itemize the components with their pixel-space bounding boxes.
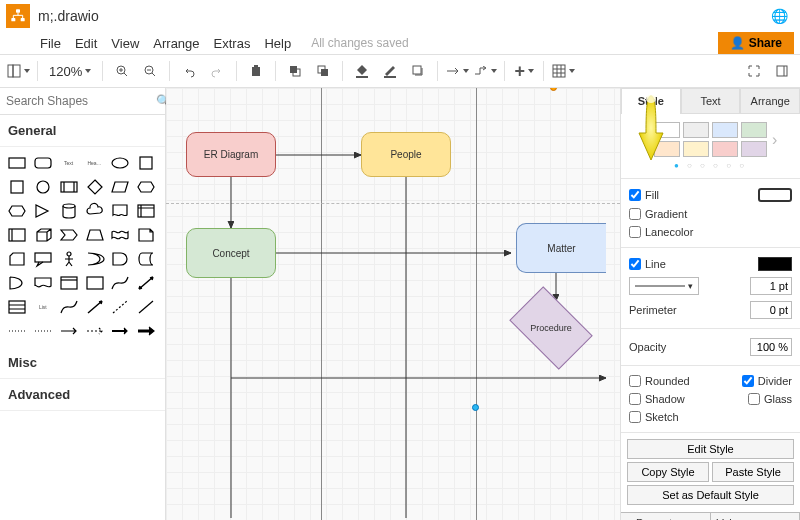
shape-dashed[interactable] [109, 297, 131, 317]
node-er-diagram[interactable]: ER Diagram [186, 132, 276, 177]
table-icon[interactable] [551, 59, 575, 83]
shape-tape[interactable] [109, 225, 131, 245]
shape-or[interactable] [84, 249, 106, 269]
category-general[interactable]: General [0, 115, 165, 147]
shape-trapezoid[interactable] [84, 225, 106, 245]
zoom-dropdown[interactable]: 120% [45, 64, 95, 79]
paste-style-button[interactable]: Paste Style [712, 462, 794, 482]
shape-callout[interactable] [32, 249, 54, 269]
shape-curve2[interactable] [58, 297, 80, 317]
search-shapes-input[interactable] [6, 94, 156, 108]
set-default-style-button[interactable]: Set as Default Style [627, 485, 794, 505]
menu-arrange[interactable]: Arrange [153, 36, 199, 51]
line-color-icon[interactable] [378, 59, 402, 83]
shape-list[interactable] [6, 297, 28, 317]
shape-line[interactable] [135, 297, 157, 317]
perimeter-input[interactable] [750, 301, 792, 319]
add-icon[interactable]: + [512, 59, 536, 83]
shape-ellipse[interactable] [109, 153, 131, 173]
shape-bidir-arrow[interactable] [135, 273, 157, 293]
category-advanced[interactable]: Advanced [0, 379, 165, 411]
language-icon[interactable]: 🌐 [771, 8, 788, 24]
to-back-icon[interactable] [311, 59, 335, 83]
edit-style-button[interactable]: Edit Style [627, 439, 794, 459]
swatch[interactable] [741, 141, 767, 157]
shape-hex2[interactable] [6, 201, 28, 221]
shape-and[interactable] [109, 249, 131, 269]
redo-icon[interactable] [205, 59, 229, 83]
shape-link2[interactable] [84, 321, 106, 341]
line-width-input[interactable] [750, 277, 792, 295]
copy-style-button[interactable]: Copy Style [627, 462, 709, 482]
shape-triangle[interactable] [32, 201, 54, 221]
shape-link1[interactable] [58, 321, 80, 341]
swatch-pager[interactable]: ● ○ ○ ○ ○ ○ [621, 159, 800, 176]
swatch[interactable] [654, 122, 680, 138]
shape-frame[interactable] [84, 273, 106, 293]
share-button[interactable]: 👤 Share [718, 32, 794, 54]
node-matter[interactable]: Matter [516, 223, 606, 273]
canvas[interactable]: ER Diagram People Concept Matter Procedu… [166, 88, 620, 520]
menu-help[interactable]: Help [264, 36, 291, 51]
fill-checkbox[interactable] [629, 189, 641, 201]
shape-step[interactable] [58, 225, 80, 245]
shape-hexagon[interactable] [135, 177, 157, 197]
swatch[interactable] [683, 122, 709, 138]
shape-note[interactable] [135, 225, 157, 245]
shape-heading[interactable]: Hea… [84, 153, 106, 173]
shape-half[interactable] [6, 273, 28, 293]
menu-edit[interactable]: Edit [75, 36, 97, 51]
shape-internal2[interactable] [6, 225, 28, 245]
gradient-checkbox[interactable] [629, 208, 641, 220]
shape-actor[interactable] [58, 249, 80, 269]
glass-checkbox[interactable] [748, 393, 760, 405]
shape-arrow[interactable] [84, 297, 106, 317]
swatch-prev-icon[interactable]: ‹ [642, 131, 651, 149]
node-concept[interactable]: Concept [186, 228, 276, 278]
shape-square2[interactable] [6, 177, 28, 197]
zoom-out-icon[interactable] [138, 59, 162, 83]
format-panel-icon[interactable] [770, 59, 794, 83]
app-logo[interactable] [6, 4, 30, 28]
shape-list-item[interactable]: List [32, 297, 54, 317]
shape-dotted2[interactable] [32, 321, 54, 341]
lanecolor-checkbox[interactable] [629, 226, 641, 238]
shape-process[interactable] [58, 177, 80, 197]
shape-container[interactable] [58, 273, 80, 293]
delete-icon[interactable] [244, 59, 268, 83]
connection-icon[interactable] [445, 59, 469, 83]
shape-link3[interactable] [109, 321, 131, 341]
undo-icon[interactable] [177, 59, 201, 83]
shape-circle[interactable] [32, 177, 54, 197]
sketch-checkbox[interactable] [629, 411, 641, 423]
shape-cloud[interactable] [84, 201, 106, 221]
line-style-dropdown[interactable]: ▾ [629, 277, 699, 295]
shape-cube[interactable] [32, 225, 54, 245]
shape-dotted[interactable] [6, 321, 28, 341]
swatch[interactable] [712, 141, 738, 157]
shape-curve[interactable] [109, 273, 131, 293]
zoom-in-icon[interactable] [110, 59, 134, 83]
node-people[interactable]: People [361, 132, 451, 177]
fill-color-icon[interactable] [350, 59, 374, 83]
shape-parallelogram[interactable] [109, 177, 131, 197]
tab-text[interactable]: Text [681, 88, 741, 114]
line-color-swatch[interactable] [758, 257, 792, 271]
fill-color-swatch[interactable] [758, 188, 792, 202]
swatch[interactable] [683, 141, 709, 157]
swatch[interactable] [654, 141, 680, 157]
waypoint-icon[interactable] [473, 59, 497, 83]
menu-extras[interactable]: Extras [214, 36, 251, 51]
shape-rect[interactable] [6, 153, 28, 173]
swatch[interactable] [712, 122, 738, 138]
swatch-next-icon[interactable]: › [770, 131, 779, 149]
selection-handle[interactable] [472, 404, 479, 411]
file-name[interactable]: m;.drawio [38, 8, 99, 24]
shape-rounded-rect[interactable] [32, 153, 54, 173]
view-mode-dropdown[interactable] [6, 59, 30, 83]
category-misc[interactable]: Misc [0, 347, 165, 379]
menu-view[interactable]: View [111, 36, 139, 51]
property-header[interactable]: ▸ Property [621, 513, 711, 520]
shape-data[interactable] [135, 249, 157, 269]
shape-square[interactable] [135, 153, 157, 173]
